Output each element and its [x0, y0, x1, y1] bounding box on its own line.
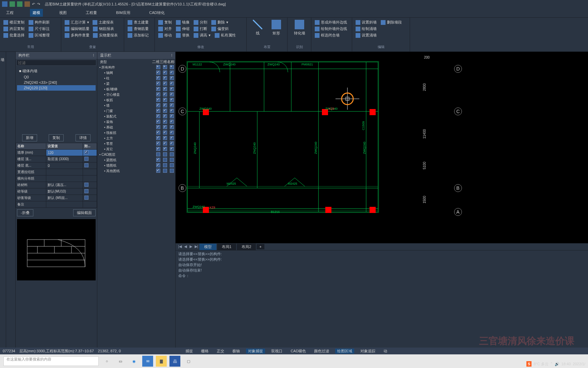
floor-copy-button[interactable]: 楼层复制	[3, 20, 24, 25]
chk-2d[interactable]	[156, 120, 160, 124]
chk-3d[interactable]	[163, 92, 167, 96]
draw-yong-button[interactable]: 绘制涌墙	[356, 26, 406, 31]
chk-3d[interactable]	[163, 98, 167, 102]
chk-2d[interactable]	[156, 76, 160, 80]
chk-2d[interactable]	[156, 103, 160, 107]
redo-icon[interactable]: ↷	[37, 2, 40, 6]
chk-2d[interactable]	[156, 131, 160, 135]
polar-toggle[interactable]: 极轴	[230, 349, 242, 354]
chk-name[interactable]	[170, 147, 174, 151]
chk-2d[interactable]	[156, 158, 160, 162]
clock-time[interactable]: 18:40	[561, 362, 571, 366]
disp-row[interactable]: ▪ 基础	[97, 125, 155, 130]
save-icon[interactable]	[10, 1, 15, 7]
chk-name[interactable]	[170, 98, 174, 102]
chk-2d[interactable]	[156, 87, 160, 91]
app-taskbar-icon[interactable]: 品	[169, 356, 180, 367]
align-button[interactable]: 对齐	[158, 26, 172, 31]
chk-name[interactable]	[170, 152, 174, 156]
grid-toggle[interactable]: 栅格	[199, 349, 211, 354]
form-outer-wall-button[interactable]: 形成外墙外边线	[315, 20, 348, 25]
menu-modeling[interactable]: 建模	[30, 9, 43, 17]
chk-3d[interactable]	[163, 163, 167, 167]
panel-menu-icon[interactable]: ⁝	[171, 53, 173, 58]
disp-row[interactable]: ▪ 板筋	[97, 97, 155, 103]
move-button[interactable]: 移动	[158, 33, 172, 38]
weather[interactable]: 8°C 多云	[534, 362, 549, 367]
undo-icon[interactable]: ↶	[32, 2, 35, 6]
delete-button[interactable]: 删除 ▾	[211, 20, 228, 25]
chk-name[interactable]	[170, 141, 174, 145]
chk-3d[interactable]	[163, 71, 167, 75]
detail-button[interactable]: 详情	[76, 134, 91, 141]
copy-button[interactable]: 复制	[158, 20, 172, 25]
area-tidy-button[interactable]: 区域整理	[29, 33, 50, 38]
convert-wall-button[interactable]: 转化墙	[291, 20, 308, 36]
disp-row[interactable]: ▪ 板/楼梯	[97, 87, 155, 92]
stretch-button[interactable]: 伸缩	[176, 26, 190, 31]
chk-2d[interactable]	[156, 65, 160, 69]
disp-row[interactable]: ▪ 土方	[97, 136, 155, 141]
menu-view[interactable]: 视图	[56, 9, 69, 17]
chk-2d[interactable]	[156, 163, 160, 167]
chk-2d[interactable]	[156, 81, 160, 86]
chk-3d[interactable]	[163, 120, 167, 124]
chk-name[interactable]	[170, 120, 174, 124]
chk-3d[interactable]	[163, 125, 167, 129]
adjust-height-button[interactable]: 调高 ▾	[194, 33, 211, 38]
disp-row[interactable]: ▪ 装配式	[97, 114, 155, 119]
check-rebar-button[interactable]: 查钢筋量	[128, 26, 151, 31]
summary-calc-button[interactable]: 汇总计算 ▾	[65, 20, 89, 25]
line-button[interactable]: 线	[250, 20, 265, 36]
disp-row[interactable]: ▪ 装饰	[97, 119, 155, 125]
chk-name[interactable]	[170, 92, 174, 96]
disp-row[interactable]: ▪ 墙	[97, 103, 155, 108]
disp-row[interactable]: ▪ 所有构件	[97, 65, 155, 70]
chk-3d[interactable]	[163, 65, 167, 69]
dualview-toggle[interactable]: 双视口	[269, 349, 284, 354]
disp-row[interactable]: ▪ 空心楼盖	[97, 92, 155, 97]
tree-masonry-wall[interactable]: ■ 砌体内墙	[17, 68, 96, 74]
delete-wall-seg-button[interactable]: 删除墙段	[381, 20, 402, 25]
add-button[interactable]: 新增	[22, 134, 37, 141]
menu-quantity[interactable]: 工程量	[83, 9, 100, 17]
tree-znq240[interactable]: ZNQ240 <33> [240]	[17, 80, 96, 85]
export-icon[interactable]	[24, 1, 30, 7]
disp-row[interactable]: ▪ 轴网	[97, 70, 155, 76]
tab-prev-icon[interactable]: ◀	[183, 244, 188, 249]
osnap-toggle[interactable]: 对象捕捉	[246, 349, 265, 354]
fold-button[interactable]: -折叠	[17, 209, 33, 216]
menu-project[interactable]: 工程	[3, 9, 16, 17]
mirror-button[interactable]: 镜像	[176, 20, 190, 25]
private-prop-button[interactable]: 私有属性	[215, 33, 236, 38]
offset-button[interactable]: 偏变斜	[211, 26, 229, 31]
disp-row[interactable]: ▪ 其它	[97, 147, 155, 152]
chk-2d[interactable]	[156, 109, 160, 113]
chk-3d[interactable]	[163, 141, 167, 145]
tab-layout1[interactable]: 布局1	[217, 244, 236, 250]
saveas-icon[interactable]	[17, 1, 22, 7]
tab-model[interactable]: 模型	[199, 244, 216, 250]
tab-first-icon[interactable]: |◀	[178, 244, 182, 249]
dimension-button[interactable]: 尺寸标注	[29, 26, 50, 31]
taskview-icon[interactable]: ▭	[115, 356, 126, 367]
chk-2d[interactable]	[156, 125, 160, 129]
tab-last-icon[interactable]: ▶|	[194, 244, 199, 249]
chk-name[interactable]	[170, 103, 174, 107]
edit-section-button[interactable]: 编辑截面	[73, 209, 96, 216]
disp-row[interactable]: ▪ 筏板筋	[97, 130, 155, 136]
drawing-canvas[interactable]: D C B D C B A 200 2800 11400 5100 1500	[176, 52, 588, 354]
chk-3d[interactable]	[163, 147, 167, 151]
batch-select-button[interactable]: 批量选择	[3, 33, 24, 38]
filter-input[interactable]	[16, 60, 96, 66]
chk-2d[interactable]	[156, 152, 160, 156]
tree-q0[interactable]: Q0	[17, 74, 96, 80]
tab-next-icon[interactable]: ▶	[189, 244, 193, 249]
windows-search[interactable]: 在这里输入你要搜索的内容	[3, 356, 99, 366]
chk-name[interactable]	[170, 125, 174, 129]
colorfilter-toggle[interactable]: 颜色过滤	[312, 349, 331, 354]
chk-2d[interactable]	[156, 147, 160, 151]
cross-floor-copy-button[interactable]: 跨层复制	[3, 26, 24, 31]
chk-2d[interactable]	[156, 136, 160, 140]
set-yong-button[interactable]: 设置涌墙	[356, 33, 406, 38]
